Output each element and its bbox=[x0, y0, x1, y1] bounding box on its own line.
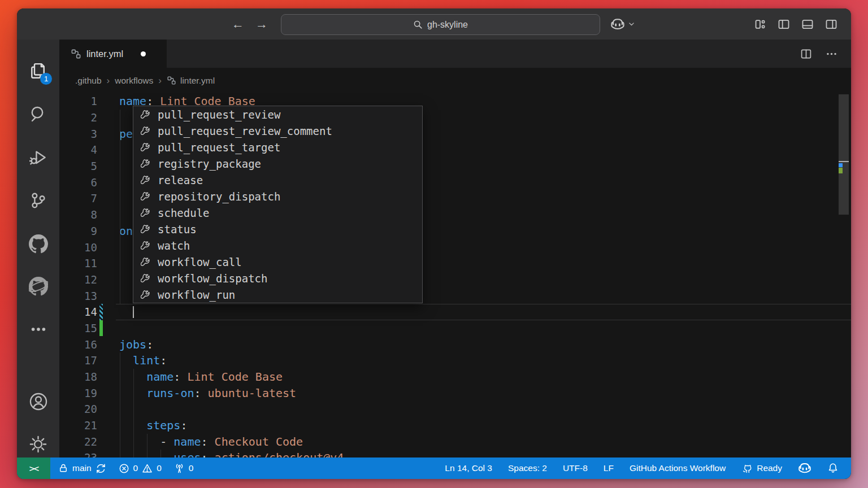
code-line[interactable]: 14 bbox=[59, 304, 851, 320]
account-button[interactable] bbox=[17, 382, 59, 421]
search-icon bbox=[413, 20, 423, 29]
eol-status[interactable]: LF bbox=[596, 457, 622, 479]
wrench-icon bbox=[141, 256, 151, 267]
wrench-icon bbox=[141, 158, 151, 169]
modified-indicator[interactable] bbox=[141, 51, 146, 56]
line-number: 12 bbox=[59, 273, 97, 286]
warning-icon bbox=[142, 463, 153, 474]
wrench-icon bbox=[141, 240, 151, 251]
split-editor-icon[interactable] bbox=[800, 48, 812, 60]
sidebar-item-source-control[interactable] bbox=[17, 181, 59, 220]
octocat-icon bbox=[741, 463, 753, 474]
language-mode-label: GitHub Actions Workflow bbox=[630, 463, 726, 473]
toggle-panel-icon[interactable] bbox=[801, 18, 814, 30]
code-line[interactable]: 18 name: Lint Code Base bbox=[59, 369, 851, 385]
copilot-ready-status[interactable]: Ready bbox=[734, 457, 790, 479]
sidebar-item-run-debug[interactable] bbox=[17, 138, 59, 177]
status-bar: >< main 0 0 bbox=[17, 457, 851, 479]
suggest-item[interactable]: pull_request_review_comment bbox=[133, 123, 422, 139]
encoding-label: UTF-8 bbox=[563, 463, 588, 473]
line-number: 14 bbox=[59, 306, 97, 318]
ports-status[interactable]: 0 bbox=[168, 457, 200, 479]
suggest-item[interactable]: schedule bbox=[133, 204, 422, 221]
copilot-button[interactable] bbox=[790, 457, 819, 479]
sidebar-item-github[interactable] bbox=[17, 224, 59, 264]
suggest-widget: pull_request_review pull_request_review_… bbox=[133, 106, 423, 303]
code-editor[interactable]: 1name: Lint Code Base23pe456789on1011121… bbox=[59, 93, 851, 457]
ellipsis-icon bbox=[30, 321, 47, 338]
suggest-item-label: workflow_run bbox=[158, 289, 235, 301]
suggest-item[interactable]: workflow_call bbox=[133, 254, 422, 270]
suggest-item-label: repository_dispatch bbox=[158, 190, 280, 203]
suggest-item[interactable]: watch bbox=[133, 237, 422, 254]
code-line[interactable]: 19 runs-on: ubuntu-latest bbox=[59, 385, 851, 401]
wrench-icon bbox=[141, 175, 151, 185]
line-number: 4 bbox=[59, 143, 97, 156]
code-text: steps: bbox=[119, 419, 187, 432]
suggest-item[interactable]: repository_dispatch bbox=[133, 188, 422, 204]
toggle-secondary-sidebar-icon[interactable] bbox=[825, 18, 837, 30]
chevron-right-icon: › bbox=[107, 75, 110, 86]
suggest-item[interactable]: workflow_run bbox=[133, 286, 422, 303]
line-number: 8 bbox=[59, 208, 97, 221]
suggest-item[interactable]: registry_package bbox=[133, 155, 422, 172]
breadcrumb-item-github[interactable]: .github bbox=[75, 76, 102, 86]
workflow-file-icon bbox=[167, 76, 176, 85]
code-line[interactable]: 17 lint: bbox=[59, 352, 851, 369]
github-icon bbox=[29, 234, 48, 254]
code-line[interactable]: 16jobs: bbox=[59, 336, 851, 352]
notifications-button[interactable] bbox=[819, 457, 847, 479]
copilot-menu[interactable] bbox=[610, 8, 635, 40]
wrench-icon bbox=[141, 289, 151, 300]
more-actions-icon[interactable] bbox=[826, 48, 837, 60]
code-line[interactable]: 22 - name: Checkout Code bbox=[59, 433, 851, 450]
line-number: 13 bbox=[59, 290, 97, 302]
sidebar-item-explorer[interactable]: 1 bbox=[17, 51, 59, 90]
language-mode[interactable]: GitHub Actions Workflow bbox=[622, 457, 734, 479]
suggest-item[interactable]: pull_request_target bbox=[133, 139, 422, 155]
forward-arrow-icon[interactable]: → bbox=[255, 18, 268, 30]
account-icon bbox=[29, 392, 48, 411]
suggest-item[interactable]: status bbox=[133, 221, 422, 237]
error-count: 0 bbox=[133, 463, 138, 473]
code-line[interactable]: 20 bbox=[59, 401, 851, 417]
indentation-status[interactable]: Spaces: 2 bbox=[500, 457, 555, 479]
code-line[interactable]: 15 bbox=[59, 320, 851, 337]
tab-linter-yml[interactable]: linter.yml bbox=[59, 40, 167, 68]
toggle-primary-sidebar-icon[interactable] bbox=[778, 18, 790, 30]
branch-status[interactable]: main bbox=[50, 457, 112, 479]
sidebar-item-search[interactable] bbox=[17, 94, 59, 134]
code-line[interactable]: 23 uses: actions/checkout@v4 bbox=[59, 450, 851, 457]
customize-layout-icon[interactable] bbox=[754, 18, 766, 30]
overview-ruler-added-mark bbox=[839, 168, 843, 173]
branch-name: main bbox=[72, 463, 92, 473]
explorer-badge: 1 bbox=[40, 73, 52, 85]
suggest-item[interactable]: pull_request_review bbox=[133, 106, 422, 123]
breadcrumb-file-label: linter.yml bbox=[180, 76, 215, 86]
code-line[interactable]: 21 steps: bbox=[59, 417, 851, 434]
vertical-scrollbar[interactable] bbox=[839, 94, 849, 215]
suggest-item-label: pull_request_review_comment bbox=[158, 125, 332, 137]
wrench-icon bbox=[141, 273, 151, 284]
suggest-item[interactable]: workflow_dispatch bbox=[133, 270, 422, 286]
sidebar-item-more-views[interactable] bbox=[17, 310, 59, 349]
breadcrumb-item-file[interactable]: linter.yml bbox=[167, 76, 215, 86]
line-number: 10 bbox=[59, 241, 97, 254]
cursor-position[interactable]: Ln 14, Col 3 bbox=[437, 457, 500, 479]
encoding-status[interactable]: UTF-8 bbox=[555, 457, 596, 479]
breadcrumb-item-workflows[interactable]: workflows bbox=[115, 76, 153, 86]
bell-icon bbox=[827, 463, 839, 474]
suggest-item[interactable]: release bbox=[133, 172, 422, 188]
remote-indicator[interactable]: >< bbox=[17, 457, 50, 479]
radio-tower-icon bbox=[174, 463, 185, 474]
command-center-search[interactable]: gh-skyline bbox=[281, 14, 600, 35]
line-number: 6 bbox=[59, 176, 97, 189]
suggest-item-label: registry_package bbox=[158, 158, 261, 170]
suggest-item-label: schedule bbox=[158, 207, 210, 219]
workflow-file-icon bbox=[71, 49, 81, 59]
sidebar-item-github-actions[interactable] bbox=[17, 267, 59, 306]
suggest-item-label: release bbox=[158, 174, 203, 186]
activity-bar: 1 bbox=[17, 40, 59, 457]
back-arrow-icon[interactable]: ← bbox=[232, 18, 244, 30]
problems-status[interactable]: 0 0 bbox=[112, 457, 168, 479]
